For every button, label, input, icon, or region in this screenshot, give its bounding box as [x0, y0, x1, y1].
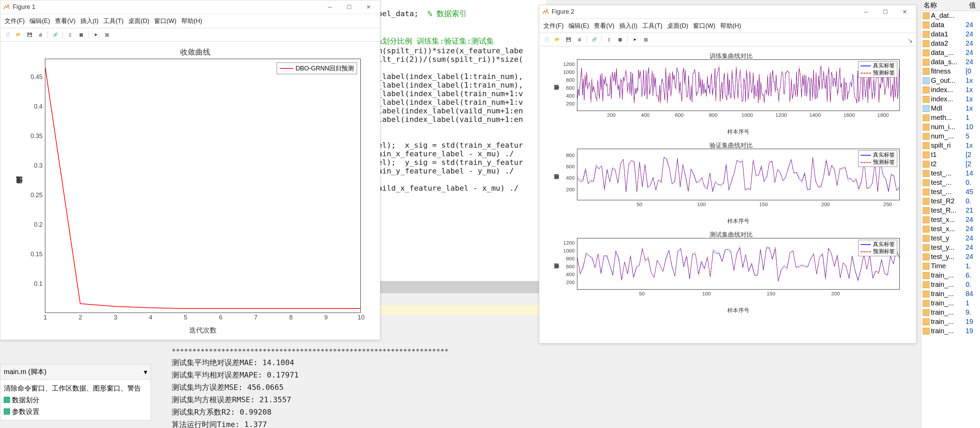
chart-title: 收敛曲线	[18, 45, 373, 59]
legend[interactable]: 真实标签 预测标签	[858, 240, 897, 256]
workspace-var-row[interactable]: test_y24	[921, 233, 980, 243]
maximize-button[interactable]: ☐	[339, 1, 359, 14]
workspace-var-row[interactable]: train_...6.	[921, 271, 980, 280]
menu-more-icon[interactable]: ↘	[906, 36, 914, 45]
workspace-var-row[interactable]: index...1x	[921, 94, 980, 104]
var-icon	[923, 198, 929, 205]
menu-window[interactable]: 窗口(W)	[153, 16, 178, 26]
legend[interactable]: DBO-GRNN回归预测	[277, 62, 357, 74]
menu-view[interactable]: 查看(V)	[592, 21, 616, 30]
legend[interactable]: 真实标签 预测标签	[858, 61, 897, 78]
menu-help[interactable]: 帮助(H)	[719, 21, 743, 30]
link-icon[interactable]: 🔗	[590, 35, 599, 44]
workspace-var-row[interactable]: test_R...21	[921, 206, 980, 215]
xlabel: 迭代次数	[45, 326, 361, 335]
workspace-var-row[interactable]: Mdl1x	[921, 104, 980, 113]
workspace-var-row[interactable]: data_...24	[921, 48, 980, 57]
save-icon[interactable]: 💾	[564, 35, 573, 44]
print-icon[interactable]: 🖨	[36, 30, 45, 39]
workspace-var-row[interactable]: test_...14	[921, 169, 980, 178]
menu-file[interactable]: 文件(F)	[3, 16, 26, 26]
var-icon	[923, 216, 929, 223]
minimize-button[interactable]: ─	[320, 1, 339, 14]
section-clear[interactable]: 清除命令窗口、工作区数据、图形窗口、警告	[4, 382, 147, 394]
pointer-icon[interactable]: ➤	[630, 35, 639, 44]
menu-insert[interactable]: 插入(I)	[618, 21, 639, 30]
layout1-icon[interactable]: ▯	[65, 30, 75, 39]
workspace-var-row[interactable]: data224	[921, 39, 980, 48]
workspace-var-row[interactable]: train_...9.	[921, 308, 980, 317]
menu-tools[interactable]: 工具(T)	[102, 16, 125, 26]
layout2-icon[interactable]: ▦	[616, 35, 624, 44]
figure-1-toolbar: 📄 📂 💾 🖨 🔗 ▯ ▦ ➤ ▤	[0, 28, 380, 42]
minimize-button[interactable]: ─	[856, 5, 876, 19]
close-button[interactable]: ✕	[895, 5, 914, 19]
print-icon[interactable]: 🖨	[575, 35, 584, 44]
workspace-var-row[interactable]: data_s...24	[921, 57, 980, 67]
section-data-split[interactable]: 数据划分	[4, 394, 147, 406]
new-icon[interactable]: 📄	[3, 30, 12, 39]
menu-file[interactable]: 文件(F)	[542, 21, 565, 30]
workspace-var-row[interactable]: t1[2	[921, 150, 980, 160]
pointer-icon[interactable]: ➤	[91, 30, 100, 39]
workspace-var-row[interactable]: test_x...24	[921, 224, 980, 233]
menu-desktop[interactable]: 桌面(D)	[666, 21, 690, 30]
workspace-var-row[interactable]: test_...0.	[921, 178, 980, 187]
workspace-var-row[interactable]: meth...1	[921, 113, 980, 122]
workspace-var-row[interactable]: train_...0.	[921, 280, 980, 289]
figure-2-axes-area[interactable]: 训练集曲线对比 标签值 真实标签 预测标签 200400600800100012…	[539, 46, 916, 343]
menu-help[interactable]: 帮助(H)	[180, 16, 204, 26]
legend[interactable]: 真实标签 预测标签	[858, 150, 897, 167]
menu-insert[interactable]: 插入(I)	[79, 16, 100, 26]
workspace-var-row[interactable]: train_...19	[921, 326, 980, 335]
workspace-var-row[interactable]: test_...45	[921, 187, 980, 196]
code-editor[interactable]: bel_data; % 数据索引 %划分比例 训练集:验证集:测试集 m(spi…	[378, 0, 546, 292]
var-icon	[923, 59, 929, 65]
workspace-header[interactable]: 名称 值	[921, 0, 980, 11]
figure-1-axes-area[interactable]: 收敛曲线 最佳适应度值 DBO-GRNN回归预测 0.10.150.20.250…	[0, 42, 380, 340]
workspace-var-row[interactable]: test_R20.	[921, 196, 980, 206]
new-icon[interactable]: 📄	[542, 35, 551, 44]
var-icon	[923, 291, 929, 297]
menu-edit[interactable]: 编辑(E)	[567, 21, 590, 30]
workspace-var-row[interactable]: G_out...1x	[921, 76, 980, 85]
menu-tools[interactable]: 工具(T)	[641, 21, 664, 30]
save-icon[interactable]: 💾	[25, 30, 34, 39]
workspace-var-row[interactable]: train_...84	[921, 289, 980, 299]
workspace-var-row[interactable]: index...1x	[921, 85, 980, 94]
menu-view[interactable]: 查看(V)	[54, 16, 77, 26]
figure-2-titlebar[interactable]: Figure 2 ─ ☐ ✕	[539, 5, 916, 19]
workspace-var-row[interactable]: spilt_ri1x	[921, 141, 980, 150]
open-icon[interactable]: 📂	[553, 35, 562, 44]
var-icon	[923, 77, 929, 84]
workspace-var-row[interactable]: data24	[921, 20, 980, 30]
workspace-var-row[interactable]: data124	[921, 30, 980, 39]
workspace-var-row[interactable]: A_dat...	[921, 11, 980, 20]
close-button[interactable]: ✕	[359, 1, 378, 14]
layout1-icon[interactable]: ▯	[605, 35, 613, 44]
section-param-set[interactable]: 参数设置	[4, 406, 147, 417]
workspace-var-row[interactable]: num_...5	[921, 131, 980, 141]
link-icon[interactable]: 🔗	[51, 30, 60, 39]
workspace-var-row[interactable]: test_y...24	[921, 252, 980, 261]
figure-1-titlebar[interactable]: Figure 1 ─ ☐ ✕	[0, 0, 380, 14]
layout2-icon[interactable]: ▦	[76, 30, 86, 39]
workspace-var-row[interactable]: Time1.	[921, 261, 980, 271]
menu-window[interactable]: 窗口(W)	[692, 21, 717, 30]
menu-edit[interactable]: 编辑(E)	[28, 16, 51, 26]
workspace-var-row[interactable]: num_i...10	[921, 122, 980, 131]
workspace-var-row[interactable]: t2[2	[921, 160, 980, 169]
workspace-var-row[interactable]: train_...1	[921, 299, 980, 308]
workspace-var-row[interactable]: fitness[0	[921, 67, 980, 76]
open-icon[interactable]: 📂	[14, 30, 23, 39]
inspect-icon[interactable]: ▤	[102, 30, 111, 39]
menu-desktop[interactable]: 桌面(D)	[127, 16, 151, 26]
maximize-button[interactable]: ☐	[876, 5, 895, 19]
workspace-var-row[interactable]: test_y...24	[921, 243, 980, 252]
workspace-var-row[interactable]: test_x...24	[921, 215, 980, 224]
var-icon	[923, 31, 929, 38]
dropdown-icon[interactable]: ▾	[144, 368, 147, 376]
script-tab[interactable]: main.m (脚本) ▾	[0, 364, 151, 380]
workspace-var-row[interactable]: train_...19	[921, 317, 980, 326]
inspect-icon[interactable]: ▤	[641, 35, 650, 44]
